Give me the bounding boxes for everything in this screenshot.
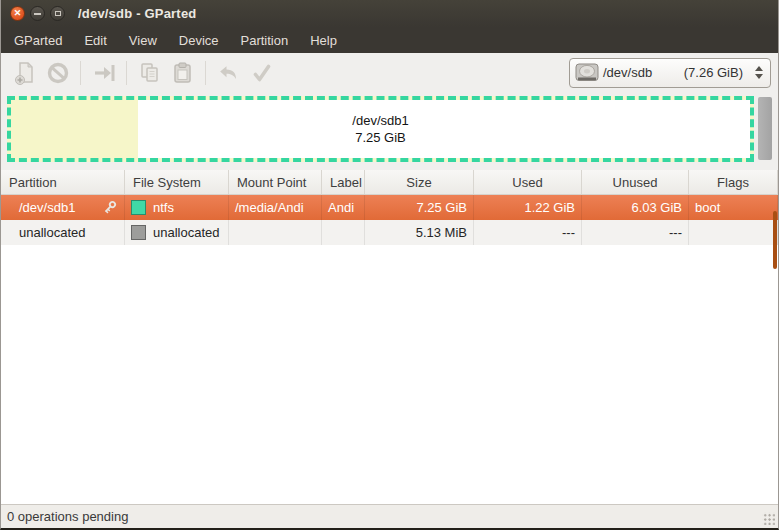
- device-selector-spinner[interactable]: [755, 66, 763, 79]
- copy-icon: [137, 60, 163, 86]
- undo-button[interactable]: [212, 56, 245, 89]
- cell-size: 7.25 GiB: [365, 195, 474, 220]
- device-selector-value: /dev/sdb: [603, 65, 652, 80]
- partition-name: unallocated: [19, 225, 86, 240]
- filesystem-name: ntfs: [153, 200, 174, 215]
- titlebar: ✕ /dev/sdb - GParted: [1, 0, 778, 27]
- filesystem-name: unallocated: [153, 225, 220, 240]
- cell-partition: /dev/sdb1: [1, 195, 125, 220]
- menu-device[interactable]: Device: [168, 29, 230, 52]
- header-unused[interactable]: Unused: [582, 170, 689, 194]
- delete-partition-button[interactable]: [41, 56, 74, 89]
- table-empty-area: [1, 245, 778, 504]
- window-title: /dev/sdb - GParted: [78, 6, 196, 21]
- cell-unused: 6.03 GiB: [582, 195, 689, 220]
- maximize-icon: [55, 11, 61, 16]
- new-partition-button[interactable]: [8, 56, 41, 89]
- operations-pending-text: 0 operations pending: [7, 509, 128, 524]
- menubar: GParted Edit View Device Partition Help: [1, 27, 778, 53]
- partition-visual-name: /dev/sdb1: [352, 112, 408, 129]
- maximize-button[interactable]: [50, 6, 65, 21]
- toolbar-separator: [126, 61, 127, 85]
- header-partition[interactable]: Partition: [1, 170, 125, 194]
- toolbar: /dev/sdb (7.26 GiB): [1, 53, 778, 92]
- cell-size: 5.13 MiB: [365, 220, 474, 245]
- partition-visual-label: /dev/sdb1 7.25 GiB: [11, 100, 750, 158]
- minimize-icon: [34, 13, 41, 15]
- toolbar-separator: [80, 61, 81, 85]
- spin-up-icon: [755, 66, 763, 71]
- cell-unused: ---: [582, 220, 689, 245]
- spin-down-icon: [755, 74, 763, 79]
- menu-help[interactable]: Help: [299, 29, 348, 52]
- new-partition-icon: [12, 60, 38, 86]
- table-row-unallocated[interactable]: unallocated unallocated 5.13 MiB --- ---: [1, 220, 778, 245]
- unallocated-color-swatch: [131, 225, 146, 240]
- visual-scrollbar-trough[interactable]: [758, 97, 772, 160]
- ntfs-color-swatch: [131, 200, 146, 215]
- cell-partition: unallocated: [1, 220, 125, 245]
- table-row-sdb1[interactable]: /dev/sdb1 ntfs /media/Andi Andi 7.25 GiB…: [1, 195, 778, 220]
- mounted-key-icon: [101, 199, 118, 216]
- header-used[interactable]: Used: [474, 170, 582, 194]
- partition-table: Partition File System Mount Point Label …: [1, 170, 778, 504]
- device-selector[interactable]: /dev/sdb (7.26 GiB): [569, 58, 771, 88]
- copy-button[interactable]: [133, 56, 166, 89]
- cell-used: ---: [474, 220, 582, 245]
- window-controls: ✕: [10, 6, 65, 21]
- undo-icon: [216, 60, 242, 86]
- paste-button[interactable]: [166, 56, 199, 89]
- header-label[interactable]: Label: [322, 170, 365, 194]
- minimize-button[interactable]: [30, 6, 45, 21]
- cell-filesystem: unallocated: [125, 220, 229, 245]
- header-flags[interactable]: Flags: [689, 170, 778, 194]
- resize-move-icon: [91, 60, 117, 86]
- apply-button[interactable]: [245, 56, 278, 89]
- cell-filesystem: ntfs: [125, 195, 229, 220]
- statusbar: 0 operations pending: [1, 504, 778, 528]
- delete-icon: [45, 60, 71, 86]
- cell-mountpoint: /media/Andi: [229, 195, 322, 220]
- menu-partition[interactable]: Partition: [230, 29, 300, 52]
- header-mountpoint[interactable]: Mount Point: [229, 170, 322, 194]
- gparted-window: ✕ /dev/sdb - GParted GParted Edit View D…: [0, 0, 779, 530]
- header-size[interactable]: Size: [365, 170, 474, 194]
- header-filesystem[interactable]: File System: [125, 170, 229, 194]
- hard-drive-icon: [575, 63, 599, 83]
- overlay-scrollbar-thumb[interactable]: [773, 211, 777, 269]
- disk-visual-area: /dev/sdb1 7.25 GiB: [1, 92, 778, 170]
- toolbar-separator: [205, 61, 206, 85]
- cell-mountpoint: [229, 220, 322, 245]
- resize-grip[interactable]: [762, 512, 775, 525]
- partition-visual-size: 7.25 GiB: [355, 129, 406, 146]
- close-button[interactable]: ✕: [10, 6, 25, 21]
- resize-move-button[interactable]: [87, 56, 120, 89]
- table-header-row: Partition File System Mount Point Label …: [1, 170, 778, 195]
- cell-flags: boot: [689, 195, 778, 220]
- cell-label: Andi: [322, 195, 365, 220]
- menu-gparted[interactable]: GParted: [3, 29, 73, 52]
- device-selector-size: (7.26 GiB): [684, 65, 743, 80]
- cell-flags: [689, 220, 778, 245]
- cell-used: 1.22 GiB: [474, 195, 582, 220]
- paste-icon: [170, 60, 196, 86]
- apply-checkmark-icon: [249, 60, 275, 86]
- partition-visual-sdb1[interactable]: /dev/sdb1 7.25 GiB: [7, 96, 754, 162]
- menu-edit[interactable]: Edit: [73, 29, 117, 52]
- partition-name: /dev/sdb1: [19, 200, 75, 215]
- cell-label: [322, 220, 365, 245]
- menu-view[interactable]: View: [118, 29, 168, 52]
